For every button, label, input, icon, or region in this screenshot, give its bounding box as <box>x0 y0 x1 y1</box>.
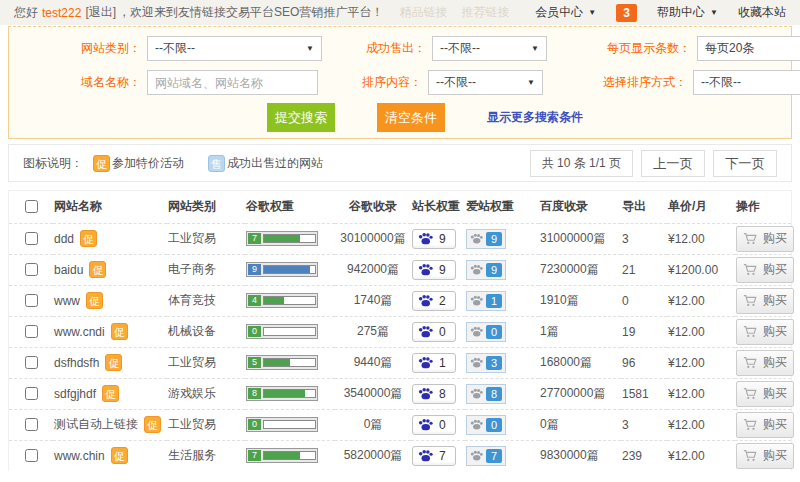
pagerank-bar: 4 <box>246 293 318 308</box>
cart-icon <box>743 387 757 400</box>
price-per-month: ¥12.00 <box>667 285 735 316</box>
site-name[interactable]: 测试自动上链接 <box>54 416 138 433</box>
chevron-down-icon: ▼ <box>588 8 596 17</box>
price-per-month: ¥1200.00 <box>667 254 735 285</box>
pagerank-number: 0 <box>248 419 261 430</box>
price-per-month: ¥12.00 <box>667 223 735 254</box>
buy-button[interactable]: 购买 <box>736 350 794 376</box>
pagerank-number: 9 <box>248 264 261 275</box>
logout-link[interactable]: [退出] <box>85 4 116 21</box>
row-checkbox[interactable] <box>25 325 38 338</box>
member-center-menu[interactable]: 会员中心 ▼ <box>535 4 596 21</box>
buy-button[interactable]: 购买 <box>736 257 794 283</box>
col-google-pr: 谷歌权重 <box>245 191 335 223</box>
buy-button[interactable]: 购买 <box>736 288 794 314</box>
prev-page-button[interactable]: 上一页 <box>641 150 705 177</box>
promo-badge-icon: 促 <box>111 323 128 340</box>
domain-input[interactable] <box>147 70 318 95</box>
ghost-nav: 精品链接 推荐链接 <box>399 4 509 21</box>
cart-icon <box>743 356 757 369</box>
sold-select[interactable]: --不限-- ▼ <box>432 36 547 61</box>
pagerank-fill <box>264 297 284 304</box>
pagerank-bar: 0 <box>246 324 318 339</box>
help-center-label: 帮助中心 <box>657 4 705 21</box>
category-select[interactable]: --不限-- ▼ <box>147 36 322 61</box>
site-name[interactable]: sdfgjhdf <box>54 387 96 401</box>
google-index: 30100000篇 <box>335 223 411 254</box>
site-name[interactable]: baidu <box>54 263 83 277</box>
select-all-checkbox[interactable] <box>25 200 38 213</box>
table-row: dsfhdsfh 促 工业贸易 5 9440篇 1 3 <box>9 347 791 378</box>
pagerank-fill <box>264 235 300 242</box>
pagerank-fill <box>264 266 310 273</box>
notification-badge[interactable]: 3 <box>616 4 637 22</box>
row-checkbox[interactable] <box>25 387 38 400</box>
pagerank-fill <box>264 390 305 397</box>
pagerank-number: 7 <box>248 233 261 244</box>
favorite-link[interactable]: 收藏本站 <box>738 4 786 21</box>
help-center-menu[interactable]: 帮助中心 ▼ <box>657 4 718 21</box>
table-row: www.cndi 促 机械设备 0 275篇 0 0 <box>9 316 791 347</box>
sort-content-select[interactable]: --不限-- ▼ <box>428 70 543 95</box>
promo-badge-icon: 促 <box>89 261 106 278</box>
row-checkbox[interactable] <box>25 356 38 369</box>
paw-icon <box>470 388 483 399</box>
export-count: 19 <box>621 316 667 347</box>
buy-button[interactable]: 购买 <box>736 412 794 438</box>
pagerank-track <box>263 389 316 398</box>
site-name[interactable]: www <box>54 294 80 308</box>
baidu-index: 168000篇 <box>539 347 621 378</box>
col-export: 导出 <box>621 191 667 223</box>
member-center-label: 会员中心 <box>535 4 583 21</box>
sort-mode-select[interactable]: --不限-- ▼ <box>693 70 800 95</box>
submit-search-button[interactable]: 提交搜索 <box>267 103 335 132</box>
buy-button[interactable]: 购买 <box>736 319 794 345</box>
aizhan-weight-value: 7 <box>486 449 502 463</box>
buy-button[interactable]: 购买 <box>736 381 794 407</box>
row-checkbox[interactable] <box>25 449 38 462</box>
table-row: www 促 体育竞技 4 1740篇 2 1 19 <box>9 285 791 316</box>
chinaz-weight-value: 2 <box>439 294 446 308</box>
pagerank-bar: 7 <box>246 231 318 246</box>
row-checkbox[interactable] <box>25 294 38 307</box>
aizhan-weight-value: 3 <box>486 356 502 370</box>
chevron-down-icon: ▼ <box>531 44 539 53</box>
paw-icon <box>418 387 433 400</box>
more-filters-link[interactable]: 显示更多搜索条件 <box>487 109 583 126</box>
row-checkbox[interactable] <box>25 232 38 245</box>
site-category: 电子商务 <box>167 254 245 285</box>
buy-button[interactable]: 购买 <box>736 226 794 252</box>
pagination-summary: 共 10 条 1/1 页 <box>530 150 633 177</box>
buy-button-label: 购买 <box>763 261 787 278</box>
sold-legend-text: 成功出售过的网站 <box>227 155 323 172</box>
site-category: 游戏娱乐 <box>167 378 245 409</box>
baidu-index: 31000000篇 <box>539 223 621 254</box>
price-per-month: ¥12.00 <box>667 316 735 347</box>
site-name[interactable]: dsfhdsfh <box>54 356 99 370</box>
buy-button[interactable]: 购买 <box>736 443 794 469</box>
clear-filters-button[interactable]: 清空条件 <box>377 103 445 132</box>
per-page-select[interactable]: 每页20条 ▼ <box>697 36 800 61</box>
pagerank-bar: 0 <box>246 417 318 432</box>
welcome-text: ，欢迎来到友情链接交易平台SEO营销推广平台！ <box>118 4 383 21</box>
site-name[interactable]: www.chin <box>54 449 105 463</box>
row-checkbox[interactable] <box>25 418 38 431</box>
buy-button-label: 购买 <box>763 447 787 464</box>
google-index: 275篇 <box>335 316 411 347</box>
table-row: baidu 促 电子商务 9 942000篇 9 9 <box>9 254 791 285</box>
row-checkbox[interactable] <box>25 263 38 276</box>
pagerank-bar: 5 <box>246 355 318 370</box>
promo-badge-icon: 促 <box>93 155 110 172</box>
chinaz-weight-badge: 8 <box>412 384 456 404</box>
sold-selected-value: --不限-- <box>440 40 480 57</box>
pagerank-number: 5 <box>248 357 261 368</box>
domain-label: 域名名称： <box>9 74 147 91</box>
cart-icon <box>743 325 757 338</box>
aizhan-weight-value: 9 <box>486 232 502 246</box>
pagerank-bar: 9 <box>246 262 318 277</box>
site-name[interactable]: ddd <box>54 232 74 246</box>
next-page-button[interactable]: 下一页 <box>713 150 777 177</box>
site-name[interactable]: www.cndi <box>54 325 105 339</box>
paw-icon <box>470 233 483 244</box>
pagerank-track <box>263 327 316 336</box>
